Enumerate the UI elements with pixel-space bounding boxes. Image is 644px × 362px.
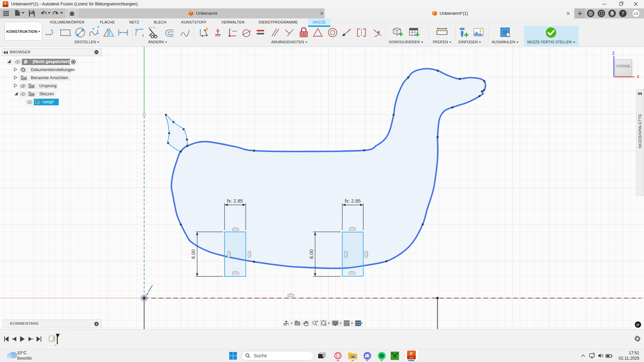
svg-text:X: X: [637, 74, 639, 79]
svg-text:?: ?: [622, 11, 625, 16]
svg-text:6.00: 6.00: [191, 249, 196, 259]
svg-text:fx: 2.85: fx: 2.85: [345, 198, 361, 204]
svg-text:LS: LS: [634, 11, 638, 15]
svg-text:6.00: 6.00: [309, 249, 314, 259]
svg-text:F: F: [5, 2, 7, 5]
svg-text:FUS: FUS: [410, 357, 413, 359]
svg-text:Z: Z: [612, 51, 614, 56]
svg-text:fx: 2.85: fx: 2.85: [227, 198, 243, 204]
svg-text:F: F: [410, 351, 413, 356]
